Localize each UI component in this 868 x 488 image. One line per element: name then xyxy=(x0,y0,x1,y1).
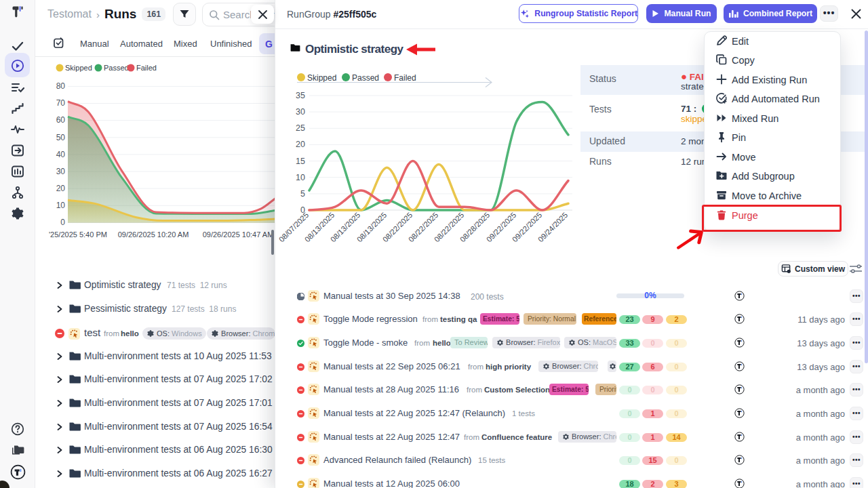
svg-text:10: 10 xyxy=(56,201,66,210)
svg-text:5: 5 xyxy=(300,189,305,199)
svg-text:50: 50 xyxy=(56,133,66,142)
svg-text:35: 35 xyxy=(296,91,305,100)
svg-text:25: 25 xyxy=(296,123,305,133)
svg-text:30: 30 xyxy=(296,107,305,117)
svg-text:80: 80 xyxy=(56,81,66,91)
svg-text:Passed: Passed xyxy=(352,73,379,83)
svg-text:70: 70 xyxy=(56,98,66,108)
svg-text:20: 20 xyxy=(56,184,66,193)
svg-text:10: 10 xyxy=(296,173,305,182)
svg-text:40: 40 xyxy=(56,150,66,159)
svg-text:15: 15 xyxy=(296,157,305,166)
svg-text:Failed: Failed xyxy=(136,64,157,72)
svg-text:60: 60 xyxy=(56,115,66,125)
svg-text:09/26/2025 10:20 AM: 09/26/2025 10:20 AM xyxy=(118,230,189,239)
svg-text:0: 0 xyxy=(60,218,65,227)
svg-text:'25/2025 5:40 PM: '25/2025 5:40 PM xyxy=(49,230,107,239)
svg-text:30: 30 xyxy=(56,167,66,176)
svg-text:Passed: Passed xyxy=(104,64,129,72)
svg-text:Failed: Failed xyxy=(394,73,416,83)
svg-text:09/26/2025 10:47 AM: 09/26/2025 10:47 AM xyxy=(203,230,274,239)
svg-text:Skipped: Skipped xyxy=(65,64,92,72)
svg-text:Skipped: Skipped xyxy=(307,73,336,83)
svg-text:20: 20 xyxy=(296,140,305,149)
